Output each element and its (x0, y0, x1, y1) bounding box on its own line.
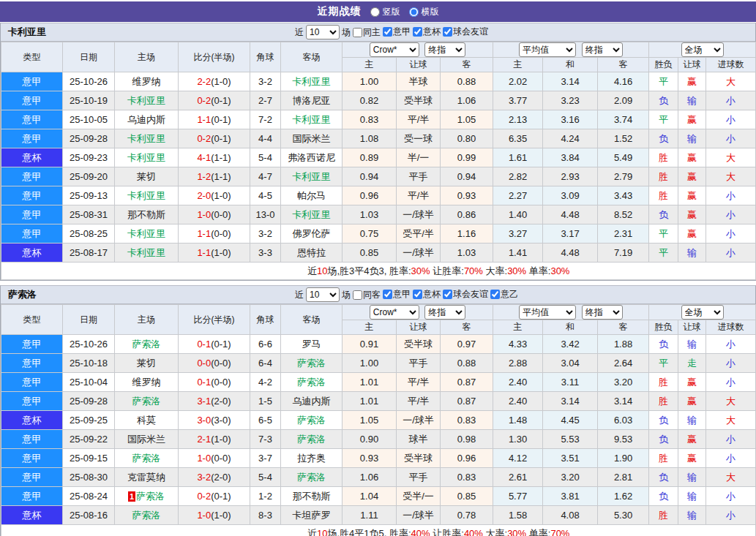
avg-draw: 5.53 (543, 430, 598, 449)
away-team: 那不勒斯 (281, 487, 343, 506)
column-header: 类型 (1, 42, 63, 72)
layout-radio-horizontal[interactable] (409, 7, 419, 17)
odds-home: 1.08 (343, 129, 397, 148)
scope-selects: 全场 (649, 42, 756, 58)
odds-source-select[interactable]: Crow* (370, 42, 419, 57)
avg-away: 3.74 (598, 110, 649, 129)
odds-away: 1.03 (441, 244, 493, 263)
match-row: 意甲25-09-15萨索洛1-0(0-0)3-7拉齐奥0.93受半球0.964.… (1, 449, 756, 468)
league-checkbox[interactable] (413, 290, 422, 299)
home-team: 国际米兰 (115, 430, 179, 449)
league-filter[interactable]: 球会友谊 (443, 288, 488, 301)
result-goals: 小 (706, 244, 756, 263)
match-date: 25-09-28 (63, 392, 115, 411)
league-checkbox[interactable] (443, 290, 452, 299)
match-date: 25-09-20 (63, 167, 115, 186)
same-venue-checkbox[interactable] (353, 28, 362, 37)
league-badge: 意甲 (1, 110, 63, 129)
avg-time-select[interactable]: 终指 (582, 305, 623, 320)
filters-bar: 近 10 场 同主 意甲意杯球会友谊 (295, 23, 488, 41)
same-venue-filter[interactable]: 同客 (353, 289, 381, 301)
away-team: 弗洛西诺尼 (281, 148, 343, 167)
corners: 7-2 (250, 110, 281, 129)
avg-home: 1.41 (493, 244, 543, 263)
score: 0-2(0-1) (179, 91, 250, 110)
odds-time-select[interactable]: 终指 (424, 42, 465, 57)
odds-selects: Crow* 终指 (343, 305, 493, 320)
league-badge: 意甲 (1, 392, 63, 411)
league-badge: 意甲 (1, 91, 63, 110)
near-label: 近 (295, 289, 304, 301)
odds-home: 0.91 (343, 335, 397, 354)
odds-source-select[interactable]: Crow* (370, 305, 419, 320)
league-filter[interactable]: 球会友谊 (443, 26, 488, 38)
corners: 4-7 (250, 167, 281, 186)
score: 0-0(0-0) (179, 354, 250, 373)
away-team: 国际米兰 (281, 129, 343, 148)
avg-draw: 3.23 (543, 91, 598, 110)
match-date: 25-10-26 (63, 335, 115, 354)
near-count-select[interactable]: 10 (306, 25, 340, 39)
odds-handicap: 平手 (397, 468, 441, 487)
away-team: 卡坦萨罗 (281, 506, 343, 525)
match-row: 意甲25-09-28卡利亚里0-2(0-1)4-4国际米兰1.08受一球0.80… (1, 129, 756, 148)
avg-source-select[interactable]: 平均值 (519, 305, 576, 320)
odds-home: 0.96 (343, 186, 397, 205)
result-handicap: 输 (678, 244, 706, 263)
column-header: 比分(半场) (179, 42, 250, 72)
league-filter[interactable]: 意乙 (490, 288, 518, 301)
league-checkbox[interactable] (490, 290, 500, 299)
avg-draw: 3.84 (543, 148, 598, 167)
result-wdl: 胜 (649, 186, 678, 205)
league-checkbox[interactable] (413, 27, 422, 37)
near-count-select[interactable]: 10 (306, 287, 340, 302)
odds-handicap: 一/球半 (397, 411, 441, 430)
odds-home: 1.01 (343, 373, 397, 392)
scope-select[interactable]: 全场 (681, 305, 724, 320)
away-team: 萨索洛 (281, 411, 343, 430)
league-checkbox[interactable] (383, 27, 392, 37)
avg-time-select[interactable]: 终指 (582, 42, 623, 57)
odds-handicap: 平/半 (397, 186, 441, 205)
avg-source-select[interactable]: 平均值 (519, 42, 576, 57)
avg-away: 7.19 (598, 244, 649, 263)
corners: 3-2 (250, 72, 281, 91)
result-wdl: 胜 (649, 148, 678, 167)
layout-option-vertical[interactable]: 竖版 (370, 6, 400, 18)
away-team: 卡利亚里 (281, 205, 343, 224)
odds-time-select[interactable]: 终指 (424, 305, 465, 320)
odds-away: 0.78 (441, 506, 493, 525)
result-goals: 小 (706, 91, 756, 110)
layout-radio-vertical[interactable] (370, 7, 380, 17)
page-header: 近期战绩 竖版 横版 (0, 1, 756, 22)
column-header: 比分(半场) (179, 305, 250, 335)
subcol-header: 客 (598, 58, 649, 72)
league-filter[interactable]: 意杯 (413, 288, 441, 301)
result-goals: 小 (706, 186, 756, 205)
odds-handicap: 平手 (397, 354, 441, 373)
result-handicap: 赢 (678, 72, 706, 91)
same-venue-checkbox[interactable] (353, 290, 362, 300)
home-team: 维罗纳 (115, 72, 179, 91)
result-wdl: 负 (649, 411, 678, 430)
league-checkbox[interactable] (383, 290, 392, 299)
result-goals: 小 (706, 335, 756, 354)
league-filter[interactable]: 意杯 (413, 26, 441, 38)
same-venue-filter[interactable]: 同主 (353, 26, 381, 39)
column-header: 客场 (281, 42, 343, 72)
corners: 13-0 (250, 205, 281, 224)
league-filter[interactable]: 意甲 (383, 288, 411, 301)
result-goals: 小 (706, 487, 756, 506)
odds-home: 0.83 (343, 110, 397, 129)
avg-home: 5.77 (493, 487, 543, 506)
corners: 6-5 (250, 411, 281, 430)
league-checkbox[interactable] (443, 27, 452, 37)
league-filter[interactable]: 意甲 (383, 26, 411, 38)
results-body: 意甲25-10-26维罗纳2-2(1-0)3-2卡利亚里1.00半球0.882.… (1, 72, 756, 263)
scope-select[interactable]: 全场 (681, 42, 724, 57)
away-team: 萨索洛 (281, 468, 343, 487)
layout-option-horizontal[interactable]: 横版 (409, 6, 439, 18)
result-handicap: 输 (678, 91, 706, 110)
league-badge: 意甲 (1, 72, 63, 91)
match-row: 意甲25-09-13卡利亚里2-0(1-0)4-5帕尔马0.96平/半0.932… (1, 186, 756, 205)
